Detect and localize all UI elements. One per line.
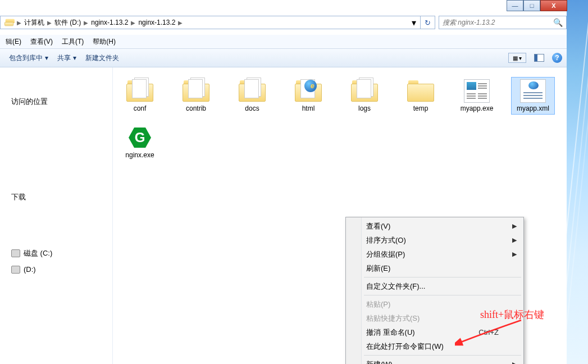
context-menu-label: 在此处打开命令窗口(W) bbox=[366, 342, 444, 352]
chevron-right-icon[interactable]: ▶ bbox=[47, 20, 52, 26]
menu-view[interactable]: 查看(V) bbox=[26, 36, 57, 48]
window-controls: — □ X bbox=[507, 0, 567, 12]
search-input[interactable] bbox=[443, 19, 553, 26]
nav-disk-d[interactable]: (D:) bbox=[2, 262, 110, 277]
context-menu-label: 刷新(E) bbox=[366, 263, 390, 274]
new-folder-button[interactable]: 新建文件夹 bbox=[81, 52, 124, 65]
preview-pane-button[interactable] bbox=[534, 54, 544, 62]
context-menu-label: 新建(W) bbox=[366, 360, 393, 365]
address-bar-row: ▶ 计算机 ▶ 软件 (D:) ▶ nginx-1.13.2 ▶ nginx-1… bbox=[0, 14, 567, 31]
help-icon[interactable]: ? bbox=[552, 53, 562, 63]
chevron-right-icon[interactable]: ▶ bbox=[83, 20, 89, 26]
context-menu-label: 排序方式(O) bbox=[366, 235, 406, 245]
context-menu-item[interactable]: 新建(W)▶ bbox=[347, 357, 522, 364]
file-item-myapp-exe[interactable]: myapp.exe bbox=[455, 78, 498, 114]
context-menu-label: 粘贴快捷方式(S) bbox=[366, 313, 420, 324]
submenu-arrow-icon: ▶ bbox=[512, 222, 517, 230]
file-label: conf bbox=[134, 104, 147, 113]
submenu-arrow-icon: ▶ bbox=[512, 251, 517, 258]
search-box[interactable]: 🔍 bbox=[439, 16, 567, 29]
file-label: myapp.xml bbox=[517, 104, 549, 113]
toolbar: 包含到库中 ▾ 共享 ▾ 新建文件夹 ▦ ▾ ? bbox=[0, 48, 567, 67]
include-in-library-button[interactable]: 包含到库中 ▾ bbox=[4, 52, 53, 65]
nav-downloads[interactable]: 下载 bbox=[2, 189, 110, 206]
context-menu-separator bbox=[364, 277, 521, 277]
annotation-arrow-icon bbox=[455, 316, 528, 349]
context-menu-item[interactable]: 查看(V)▶ bbox=[347, 219, 522, 233]
file-item-html[interactable]: html bbox=[287, 78, 330, 114]
file-item-logs[interactable]: logs bbox=[343, 78, 386, 114]
file-label: myapp.exe bbox=[461, 104, 494, 113]
close-button[interactable]: X bbox=[540, 0, 567, 11]
context-menu-item[interactable]: 刷新(E) bbox=[347, 261, 522, 275]
file-item-contrib[interactable]: contrib bbox=[175, 78, 217, 114]
chevron-right-icon[interactable]: ▶ bbox=[177, 20, 183, 26]
navigation-pane: 访问的位置 下载 磁盘 (C:) (D:) bbox=[0, 67, 112, 364]
chevron-right-icon[interactable]: ▶ bbox=[16, 20, 22, 26]
breadcrumb-folder-2[interactable]: nginx-1.13.2 bbox=[136, 16, 177, 29]
file-label: temp bbox=[413, 104, 429, 113]
submenu-arrow-icon: ▶ bbox=[512, 236, 517, 244]
folder-icon bbox=[2, 16, 16, 29]
minimize-button[interactable]: — bbox=[507, 0, 523, 11]
context-menu-separator bbox=[364, 295, 521, 295]
nav-recent-places[interactable]: 访问的位置 bbox=[2, 93, 110, 110]
desktop-background-strip bbox=[567, 0, 588, 364]
file-item-temp[interactable]: temp bbox=[399, 78, 442, 114]
context-menu-label: 分组依据(P) bbox=[366, 249, 405, 260]
file-item-myapp-xml[interactable]: myapp.xml bbox=[512, 78, 554, 114]
menu-edit[interactable]: 辑(E) bbox=[1, 36, 26, 48]
menu-tools[interactable]: 工具(T) bbox=[57, 36, 88, 48]
disk-icon bbox=[11, 266, 20, 274]
address-bar[interactable]: ▶ 计算机 ▶ 软件 (D:) ▶ nginx-1.13.2 ▶ nginx-1… bbox=[0, 16, 421, 29]
breadcrumb-folder-1[interactable]: nginx-1.13.2 bbox=[89, 16, 130, 29]
context-menu-label: 粘贴(P) bbox=[366, 299, 390, 310]
context-menu-item[interactable]: 排序方式(O)▶ bbox=[347, 233, 522, 247]
breadcrumb-drive[interactable]: 软件 (D:) bbox=[52, 16, 83, 29]
file-label: html bbox=[302, 104, 315, 113]
menu-help[interactable]: 帮助(H) bbox=[88, 36, 120, 48]
file-item-docs[interactable]: docs bbox=[231, 78, 274, 114]
share-button[interactable]: 共享 ▾ bbox=[53, 52, 81, 65]
file-label: logs bbox=[358, 104, 371, 113]
file-label: nginx.exe bbox=[125, 151, 154, 160]
address-dropdown-icon[interactable]: ▾ bbox=[409, 16, 419, 29]
file-label: contrib bbox=[186, 104, 206, 113]
context-menu-label: 查看(V) bbox=[366, 221, 390, 231]
breadcrumb-computer[interactable]: 计算机 bbox=[22, 16, 47, 29]
context-menu-item[interactable]: 分组依据(P)▶ bbox=[347, 247, 522, 261]
context-menu-separator bbox=[364, 355, 521, 356]
context-menu-item[interactable]: 自定义文件夹(F)... bbox=[347, 279, 522, 293]
nav-item[interactable] bbox=[2, 72, 110, 79]
menu-bar: 辑(E) 查看(V) 工具(T) 帮助(H) bbox=[0, 35, 567, 48]
view-mode-button[interactable]: ▦ ▾ bbox=[508, 53, 526, 63]
file-item-conf[interactable]: conf bbox=[118, 78, 161, 114]
file-item-nginx-exe[interactable]: Gnginx.exe bbox=[118, 124, 161, 161]
chevron-right-icon[interactable]: ▶ bbox=[130, 20, 136, 26]
context-menu-label: 撤消 重命名(U) bbox=[366, 327, 415, 338]
context-menu-label: 自定义文件夹(F)... bbox=[366, 281, 425, 292]
maximize-button[interactable]: □ bbox=[523, 0, 540, 11]
file-label: docs bbox=[245, 104, 259, 113]
submenu-arrow-icon: ▶ bbox=[512, 361, 517, 364]
refresh-button[interactable]: ↻ bbox=[421, 16, 435, 29]
disk-icon bbox=[11, 249, 20, 257]
nav-disk-c[interactable]: 磁盘 (C:) bbox=[2, 245, 110, 262]
search-icon[interactable]: 🔍 bbox=[553, 18, 563, 27]
